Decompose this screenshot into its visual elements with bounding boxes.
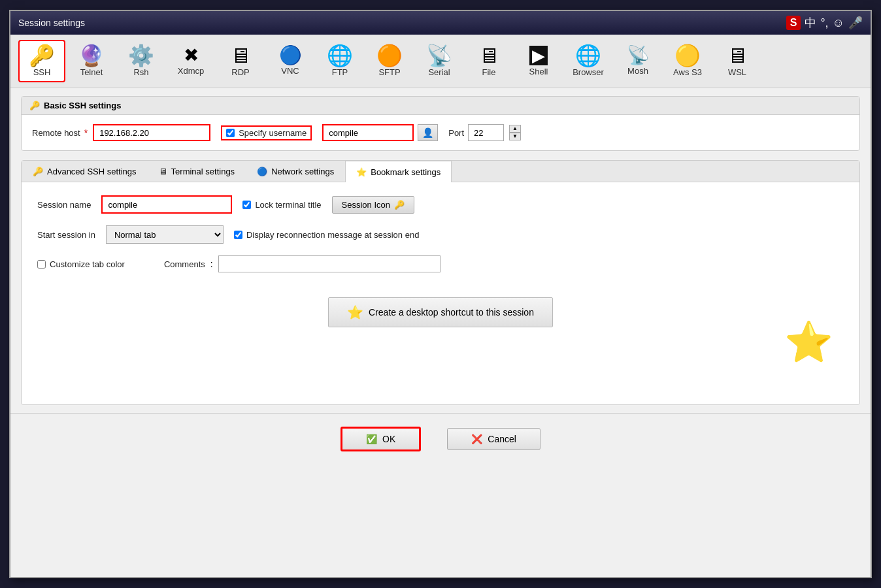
port-increment-button[interactable]: ▲ [509, 125, 521, 133]
rdp-icon: 🖥 [230, 45, 251, 66]
terminal-tab-label: Terminal settings [171, 167, 235, 176]
toolbar-item-ssh[interactable]: 🔑 SSH [18, 40, 65, 82]
toolbar-item-rdp[interactable]: 🖥 RDP [217, 40, 264, 82]
start-session-label: Start session in [37, 230, 95, 240]
session-settings-dialog: Session settings S 中 °, ☺ 🎤 🔑 SSH 🔮 Teln… [9, 10, 872, 578]
port-spinner: ▲ ▼ [509, 125, 521, 140]
title-bar-right: S 中 °, ☺ 🎤 [786, 15, 863, 31]
network-tab-label: Network settings [271, 167, 334, 176]
titlebar-icon-mic: 🎤 [848, 16, 863, 30]
reconnect-message-label[interactable]: Display reconnection message at session … [246, 230, 419, 240]
start-session-select[interactable]: Normal tab New window Floating window [106, 225, 224, 244]
basic-ssh-key-icon: 🔑 [29, 101, 40, 110]
titlebar-icon-face: ☺ [833, 16, 844, 30]
toolbar-item-vnc[interactable]: 🔵 VNC [267, 41, 314, 81]
toolbar-item-mosh[interactable]: 📡 Mosh [614, 41, 661, 81]
session-name-input[interactable] [101, 195, 232, 214]
reconnect-message-group: Display reconnection message at session … [234, 230, 419, 240]
toolbar-serial-label: Serial [428, 67, 450, 77]
comments-input[interactable] [218, 255, 440, 272]
tab-bookmark[interactable]: ⭐ Bookmark settings [345, 161, 452, 182]
cancel-label: Cancel [488, 434, 516, 444]
toolbar-aws-s3-label: Aws S3 [673, 67, 702, 77]
toolbar-item-sftp[interactable]: 🟠 SFTP [366, 40, 413, 82]
xdmcp-icon: ✖ [184, 46, 199, 65]
shortcut-star-icon: ⭐ [347, 304, 363, 320]
toolbar-mosh-label: Mosh [627, 66, 648, 76]
tab-terminal[interactable]: 🖥 Terminal settings [148, 161, 246, 182]
username-input[interactable] [322, 124, 414, 141]
shell-icon: ▶ [529, 46, 548, 65]
customize-tab-color-label[interactable]: Customize tab color [50, 259, 125, 269]
cancel-button[interactable]: ❌ Cancel [447, 428, 540, 450]
cancel-icon: ❌ [471, 434, 482, 444]
toolbar-item-aws-s3[interactable]: 🟡 Aws S3 [664, 40, 711, 82]
port-input[interactable] [468, 124, 504, 141]
toolbar-item-xdmcp[interactable]: ✖ Xdmcp [167, 41, 214, 81]
basic-ssh-title: Basic SSH settings [44, 101, 122, 110]
ok-button[interactable]: ✅ OK [341, 427, 421, 451]
username-group: 👤 [322, 124, 438, 141]
bookmark-tab-label: Bookmark settings [371, 167, 440, 177]
tabs-header: 🔑 Advanced SSH settings 🖥 Terminal setti… [22, 161, 859, 182]
toolbar-item-serial[interactable]: 📡 Serial [416, 40, 463, 82]
remote-host-input[interactable] [93, 124, 210, 141]
reconnect-message-checkbox[interactable] [234, 231, 242, 239]
toolbar-sftp-label: SFTP [378, 67, 400, 77]
create-shortcut-container: ⭐ Create a desktop shortcut to this sess… [37, 282, 844, 327]
remote-host-label: Remote host [32, 128, 80, 138]
toolbar-item-ftp[interactable]: 🌐 FTP [316, 40, 363, 82]
toolbar-browser-label: Browser [573, 67, 604, 77]
mosh-icon: 📡 [627, 46, 650, 65]
toolbar-item-telnet[interactable]: 🔮 Telnet [68, 40, 115, 82]
aws-s3-icon: 🟡 [674, 45, 701, 66]
file-icon: 🖥 [478, 45, 499, 66]
titlebar-icon-dot: °, [820, 16, 828, 30]
toolbar-item-file[interactable]: 🖥 File [465, 40, 512, 82]
toolbar-item-rsh[interactable]: ⚙️ Rsh [118, 40, 165, 82]
session-icon-button[interactable]: Session Icon 🔑 [332, 196, 414, 214]
lock-terminal-group: Lock terminal title [242, 200, 321, 210]
ok-label: OK [382, 434, 395, 444]
toolbar-rsh-label: Rsh [133, 67, 148, 77]
titlebar-icon-s: S [786, 16, 801, 30]
network-tab-icon: 🔵 [257, 167, 267, 176]
toolbar-item-wsl[interactable]: 🖥 WSL [714, 40, 761, 82]
specify-username-label[interactable]: Specify username [239, 128, 307, 138]
advanced-tabs-container: 🔑 Advanced SSH settings 🖥 Terminal setti… [21, 160, 860, 405]
username-browse-button[interactable]: 👤 [418, 124, 438, 141]
toolbar-item-browser[interactable]: 🌐 Browser [565, 40, 612, 82]
toolbar-xdmcp-label: Xdmcp [178, 66, 204, 76]
basic-ssh-header: 🔑 Basic SSH settings [22, 97, 859, 115]
session-icon-label: Session Icon [342, 200, 390, 210]
vnc-icon: 🔵 [279, 46, 302, 65]
port-decrement-button[interactable]: ▼ [509, 133, 521, 140]
advanced-ssh-tab-icon: 🔑 [33, 167, 43, 176]
serial-icon: 📡 [426, 45, 452, 66]
toolbar-item-shell[interactable]: ▶ Shell [515, 41, 562, 82]
create-shortcut-label: Create a desktop shortcut to this sessio… [369, 307, 534, 318]
basic-settings-body: Remote host * Specify username 👤 Port [22, 115, 859, 150]
session-name-row: Session name Lock terminal title Session… [37, 195, 844, 214]
toolbar-telnet-label: Telnet [80, 67, 103, 77]
customize-tab-color-group: Customize tab color [37, 259, 125, 269]
comments-colon: : [210, 259, 213, 269]
terminal-tab-icon: 🖥 [159, 167, 167, 176]
telnet-icon: 🔮 [78, 45, 105, 66]
toolbar-rdp-label: RDP [231, 67, 249, 77]
tab-advanced-ssh[interactable]: 🔑 Advanced SSH settings [22, 161, 148, 182]
sftp-icon: 🟠 [376, 45, 403, 66]
tab-network[interactable]: 🔵 Network settings [246, 161, 345, 182]
bookmark-tab-icon: ⭐ [356, 167, 367, 177]
bookmark-tab-content: Session name Lock terminal title Session… [22, 182, 859, 404]
specify-username-group: Specify username [221, 125, 312, 140]
title-bar-left: Session settings [18, 18, 85, 28]
customize-tab-color-checkbox[interactable] [37, 260, 46, 269]
lock-terminal-label[interactable]: Lock terminal title [255, 200, 321, 210]
create-shortcut-button[interactable]: ⭐ Create a desktop shortcut to this sess… [328, 297, 553, 327]
title-bar: Session settings S 中 °, ☺ 🎤 [10, 11, 871, 35]
specify-username-checkbox[interactable] [226, 129, 235, 137]
ftp-icon: 🌐 [327, 45, 353, 66]
bottom-buttons: ✅ OK ❌ Cancel [10, 413, 871, 465]
lock-terminal-checkbox[interactable] [242, 201, 251, 209]
